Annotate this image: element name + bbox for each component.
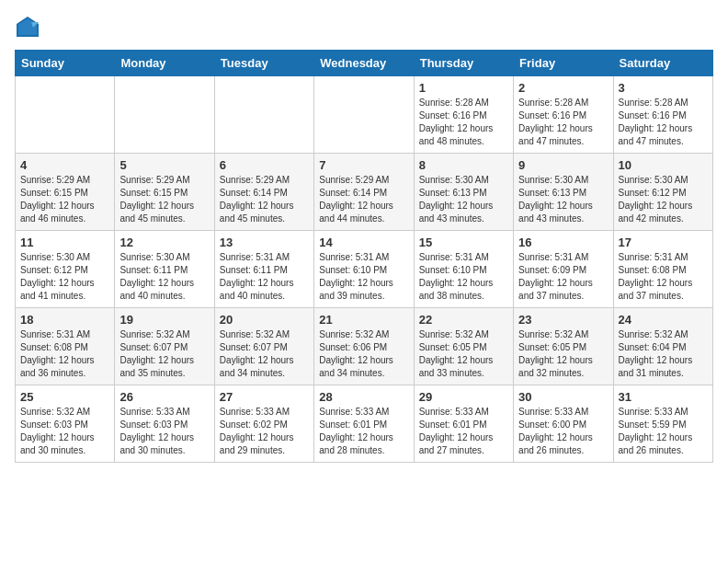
calendar-cell: 17Sunrise: 5:31 AM Sunset: 6:08 PM Dayli… [613, 231, 712, 308]
day-number: 24 [619, 313, 708, 327]
day-number: 22 [419, 313, 508, 327]
calendar-cell: 27Sunrise: 5:33 AM Sunset: 6:02 PM Dayli… [214, 385, 313, 463]
day-info: Sunrise: 5:30 AM Sunset: 6:13 PM Dayligh… [419, 174, 508, 225]
day-number: 21 [319, 313, 408, 327]
day-number: 7 [319, 158, 408, 172]
day-info: Sunrise: 5:28 AM Sunset: 6:16 PM Dayligh… [619, 97, 708, 148]
day-info: Sunrise: 5:32 AM Sunset: 6:07 PM Dayligh… [119, 328, 209, 380]
day-info: Sunrise: 5:29 AM Sunset: 6:14 PM Dayligh… [220, 174, 309, 225]
calendar-cell: 30Sunrise: 5:33 AM Sunset: 6:00 PM Dayli… [514, 385, 613, 463]
calendar-cell: 12Sunrise: 5:30 AM Sunset: 6:11 PM Dayli… [115, 231, 214, 308]
day-number: 20 [220, 313, 309, 327]
day-info: Sunrise: 5:31 AM Sunset: 6:10 PM Dayligh… [419, 251, 508, 303]
day-info: Sunrise: 5:32 AM Sunset: 6:06 PM Dayligh… [319, 328, 408, 380]
day-number: 28 [319, 390, 408, 404]
day-number: 9 [518, 158, 608, 172]
calendar-cell: 31Sunrise: 5:33 AM Sunset: 5:59 PM Dayli… [613, 385, 712, 463]
calendar-cell: 24Sunrise: 5:32 AM Sunset: 6:04 PM Dayli… [613, 308, 712, 385]
calendar-cell: 19Sunrise: 5:32 AM Sunset: 6:07 PM Dayli… [115, 308, 214, 385]
weekday-header-sunday: Sunday [16, 51, 115, 76]
day-info: Sunrise: 5:30 AM Sunset: 6:12 PM Dayligh… [20, 251, 109, 303]
day-info: Sunrise: 5:30 AM Sunset: 6:12 PM Dayligh… [619, 174, 708, 225]
week-row-3: 11Sunrise: 5:30 AM Sunset: 6:12 PM Dayli… [16, 231, 713, 308]
calendar-cell: 25Sunrise: 5:32 AM Sunset: 6:03 PM Dayli… [16, 385, 115, 463]
calendar-cell [314, 76, 414, 154]
day-info: Sunrise: 5:31 AM Sunset: 6:08 PM Dayligh… [619, 251, 708, 303]
day-info: Sunrise: 5:32 AM Sunset: 6:04 PM Dayligh… [619, 328, 708, 380]
day-number: 26 [119, 390, 209, 404]
calendar-cell: 3Sunrise: 5:28 AM Sunset: 6:16 PM Daylig… [613, 76, 712, 154]
day-number: 14 [319, 236, 408, 249]
calendar-cell: 10Sunrise: 5:30 AM Sunset: 6:12 PM Dayli… [613, 154, 712, 231]
day-info: Sunrise: 5:33 AM Sunset: 5:59 PM Dayligh… [619, 406, 708, 457]
day-info: Sunrise: 5:33 AM Sunset: 6:01 PM Dayligh… [419, 406, 508, 457]
day-info: Sunrise: 5:33 AM Sunset: 6:02 PM Dayligh… [220, 406, 309, 457]
calendar-cell [214, 76, 313, 154]
week-row-5: 25Sunrise: 5:32 AM Sunset: 6:03 PM Dayli… [16, 385, 713, 463]
calendar-cell: 1Sunrise: 5:28 AM Sunset: 6:16 PM Daylig… [414, 76, 513, 154]
weekday-header-tuesday: Tuesday [214, 51, 313, 76]
day-info: Sunrise: 5:31 AM Sunset: 6:10 PM Dayligh… [319, 251, 408, 303]
day-info: Sunrise: 5:29 AM Sunset: 6:15 PM Dayligh… [20, 174, 109, 225]
calendar-cell: 2Sunrise: 5:28 AM Sunset: 6:16 PM Daylig… [514, 76, 613, 154]
day-info: Sunrise: 5:32 AM Sunset: 6:05 PM Dayligh… [419, 328, 508, 380]
header [15, 15, 713, 40]
calendar-cell: 23Sunrise: 5:32 AM Sunset: 6:05 PM Dayli… [514, 308, 613, 385]
day-number: 25 [20, 390, 109, 404]
day-number: 6 [220, 158, 309, 172]
day-info: Sunrise: 5:32 AM Sunset: 6:07 PM Dayligh… [220, 328, 309, 380]
day-number: 18 [20, 313, 109, 327]
day-number: 30 [518, 390, 608, 404]
calendar-cell [115, 76, 214, 154]
week-row-2: 4Sunrise: 5:29 AM Sunset: 6:15 PM Daylig… [16, 154, 713, 231]
day-number: 11 [20, 236, 109, 249]
calendar-cell: 22Sunrise: 5:32 AM Sunset: 6:05 PM Dayli… [414, 308, 513, 385]
calendar-cell: 28Sunrise: 5:33 AM Sunset: 6:01 PM Dayli… [314, 385, 414, 463]
day-info: Sunrise: 5:30 AM Sunset: 6:13 PM Dayligh… [518, 174, 608, 225]
logo-icon [15, 15, 40, 40]
weekday-header-saturday: Saturday [613, 51, 712, 76]
week-row-1: 1Sunrise: 5:28 AM Sunset: 6:16 PM Daylig… [16, 76, 713, 154]
day-info: Sunrise: 5:32 AM Sunset: 6:03 PM Dayligh… [20, 406, 109, 457]
weekday-header-thursday: Thursday [414, 51, 513, 76]
weekday-header-monday: Monday [115, 51, 214, 76]
day-number: 3 [619, 81, 708, 95]
day-info: Sunrise: 5:31 AM Sunset: 6:11 PM Dayligh… [220, 251, 309, 303]
calendar-cell: 13Sunrise: 5:31 AM Sunset: 6:11 PM Dayli… [214, 231, 313, 308]
day-number: 5 [119, 158, 209, 172]
calendar-cell: 16Sunrise: 5:31 AM Sunset: 6:09 PM Dayli… [514, 231, 613, 308]
day-number: 13 [220, 236, 309, 249]
calendar-cell: 4Sunrise: 5:29 AM Sunset: 6:15 PM Daylig… [16, 154, 115, 231]
calendar-cell: 26Sunrise: 5:33 AM Sunset: 6:03 PM Dayli… [115, 385, 214, 463]
day-number: 8 [419, 158, 508, 172]
weekday-header-wednesday: Wednesday [314, 51, 414, 76]
weekday-header-friday: Friday [514, 51, 613, 76]
calendar-cell [16, 76, 115, 154]
day-number: 10 [619, 158, 708, 172]
day-number: 29 [419, 390, 508, 404]
calendar-cell: 15Sunrise: 5:31 AM Sunset: 6:10 PM Dayli… [414, 231, 513, 308]
day-info: Sunrise: 5:31 AM Sunset: 6:09 PM Dayligh… [518, 251, 608, 303]
day-number: 27 [220, 390, 309, 404]
calendar-cell: 14Sunrise: 5:31 AM Sunset: 6:10 PM Dayli… [314, 231, 414, 308]
calendar-cell: 11Sunrise: 5:30 AM Sunset: 6:12 PM Dayli… [16, 231, 115, 308]
calendar-cell: 7Sunrise: 5:29 AM Sunset: 6:14 PM Daylig… [314, 154, 414, 231]
calendar-table: SundayMondayTuesdayWednesdayThursdayFrid… [15, 50, 713, 463]
calendar-cell: 6Sunrise: 5:29 AM Sunset: 6:14 PM Daylig… [214, 154, 313, 231]
day-info: Sunrise: 5:30 AM Sunset: 6:11 PM Dayligh… [119, 251, 209, 303]
calendar-cell: 5Sunrise: 5:29 AM Sunset: 6:15 PM Daylig… [115, 154, 214, 231]
day-info: Sunrise: 5:29 AM Sunset: 6:15 PM Dayligh… [119, 174, 209, 225]
day-info: Sunrise: 5:32 AM Sunset: 6:05 PM Dayligh… [518, 328, 608, 380]
calendar-cell: 9Sunrise: 5:30 AM Sunset: 6:13 PM Daylig… [514, 154, 613, 231]
day-number: 17 [619, 236, 708, 249]
day-number: 1 [419, 81, 508, 95]
day-info: Sunrise: 5:28 AM Sunset: 6:16 PM Dayligh… [518, 97, 608, 148]
week-row-4: 18Sunrise: 5:31 AM Sunset: 6:08 PM Dayli… [16, 308, 713, 385]
day-info: Sunrise: 5:33 AM Sunset: 6:03 PM Dayligh… [119, 406, 209, 457]
calendar-cell: 29Sunrise: 5:33 AM Sunset: 6:01 PM Dayli… [414, 385, 513, 463]
day-number: 31 [619, 390, 708, 404]
day-number: 23 [518, 313, 608, 327]
day-info: Sunrise: 5:31 AM Sunset: 6:08 PM Dayligh… [20, 328, 109, 380]
calendar-cell: 18Sunrise: 5:31 AM Sunset: 6:08 PM Dayli… [16, 308, 115, 385]
day-number: 4 [20, 158, 109, 172]
